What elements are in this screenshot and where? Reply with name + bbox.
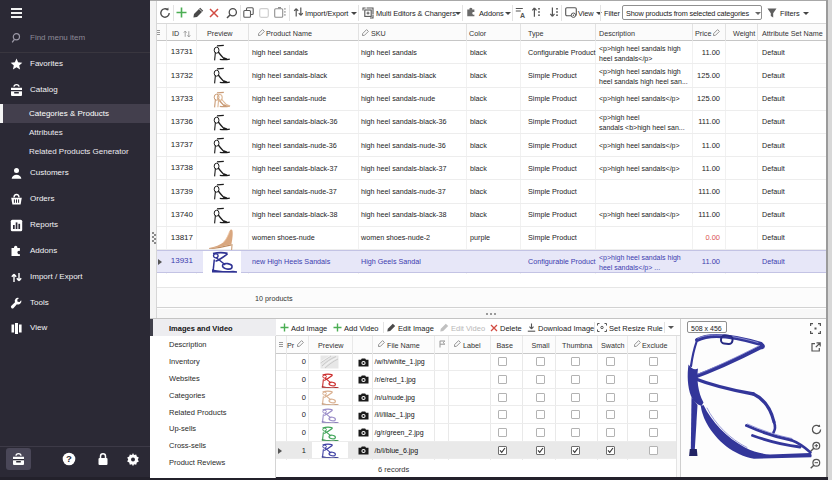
svg-text:A: A	[520, 12, 525, 18]
svg-text:?: ?	[66, 453, 72, 464]
